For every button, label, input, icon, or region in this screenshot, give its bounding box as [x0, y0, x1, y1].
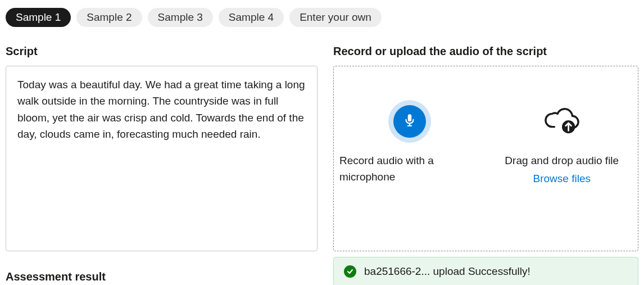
script-label: Script	[6, 45, 318, 58]
upload-label: Record or upload the audio of the script	[333, 45, 638, 58]
browse-files-link[interactable]: Browse files	[533, 173, 591, 185]
tab-sample-2[interactable]: Sample 2	[76, 8, 142, 27]
tab-sample-1[interactable]: Sample 1	[6, 8, 71, 27]
sample-tabs: Sample 1 Sample 2 Sample 3 Sample 4 Ente…	[6, 8, 638, 27]
upload-option: Drag and drop audio file Browse files	[486, 100, 638, 185]
drag-drop-text: Drag and drop audio file	[505, 153, 619, 169]
success-check-icon	[344, 265, 356, 278]
microphone-icon	[402, 113, 417, 130]
script-textarea[interactable]	[6, 66, 318, 251]
record-button[interactable]	[388, 100, 431, 143]
tab-sample-3[interactable]: Sample 3	[148, 8, 213, 27]
assessment-result-label: Assessment result	[6, 270, 318, 283]
cloud-upload-icon	[545, 105, 579, 138]
audio-dropzone[interactable]: Record audio with a microphone Drag and …	[333, 66, 638, 251]
success-message: ba251666-2... upload Successfully!	[364, 265, 530, 278]
record-option: Record audio with a microphone	[334, 100, 486, 185]
tab-enter-own[interactable]: Enter your own	[289, 8, 382, 27]
tab-sample-4[interactable]: Sample 4	[219, 8, 284, 27]
upload-success-banner: ba251666-2... upload Successfully!	[333, 257, 638, 285]
record-text: Record audio with a microphone	[336, 153, 484, 185]
